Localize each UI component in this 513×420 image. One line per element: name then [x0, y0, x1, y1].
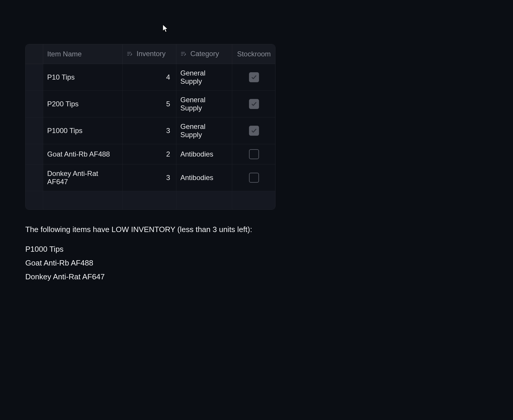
cell-category[interactable]: General Supply — [176, 117, 232, 144]
table-empty-row[interactable] — [26, 191, 275, 209]
low-inventory-item: P1000 Tips — [25, 243, 488, 255]
stockroom-checkbox[interactable] — [249, 149, 259, 159]
column-header-stockroom[interactable]: Stockroom — [232, 44, 275, 64]
stockroom-checkbox[interactable] — [249, 173, 259, 183]
row-handle[interactable] — [26, 91, 43, 117]
row-handle[interactable] — [26, 164, 43, 191]
table-row: P10 Tips4General Supply — [26, 64, 275, 91]
column-header-category[interactable]: Category — [176, 44, 232, 64]
cell-inventory[interactable]: 3 — [122, 117, 176, 144]
table-row: P1000 Tips3General Supply — [26, 117, 275, 144]
row-handle-header — [26, 44, 43, 64]
row-handle[interactable] — [26, 117, 43, 144]
cell-category[interactable]: General Supply — [176, 91, 232, 117]
cell-category[interactable]: Antibodies — [176, 164, 232, 191]
table-row: Donkey Anti-Rat AF6473Antibodies — [26, 164, 275, 191]
empty-cell[interactable] — [26, 191, 43, 209]
cell-item-name[interactable]: Goat Anti-Rb AF488 — [43, 144, 122, 164]
stockroom-checkbox[interactable] — [249, 126, 259, 136]
table-row: P200 Tips5General Supply — [26, 91, 275, 117]
low-inventory-item: Goat Anti-Rb AF488 — [25, 257, 488, 269]
column-header-label: Inventory — [137, 50, 166, 58]
empty-cell[interactable] — [122, 191, 176, 209]
cell-stockroom — [232, 164, 275, 191]
cell-inventory[interactable]: 3 — [122, 164, 176, 191]
cell-inventory[interactable]: 2 — [122, 144, 176, 164]
cell-item-name[interactable]: P200 Tips — [43, 91, 122, 117]
low-inventory-heading: The following items have LOW INVENTORY (… — [25, 224, 488, 235]
formula-icon — [181, 51, 186, 57]
low-inventory-note: The following items have LOW INVENTORY (… — [25, 224, 488, 283]
empty-cell[interactable] — [232, 191, 275, 209]
row-handle[interactable] — [26, 144, 43, 164]
cell-category[interactable]: General Supply — [176, 64, 232, 91]
row-handle[interactable] — [26, 64, 43, 91]
cell-inventory[interactable]: 5 — [122, 91, 176, 117]
empty-cell[interactable] — [43, 191, 122, 209]
stockroom-checkbox[interactable] — [249, 72, 259, 82]
column-header-label: Category — [191, 50, 219, 58]
cell-stockroom — [232, 91, 275, 117]
inventory-table: Item Name — [25, 44, 275, 210]
column-header-inventory[interactable]: Inventory — [122, 44, 176, 64]
check-icon — [251, 101, 257, 107]
column-header-label: Stockroom — [237, 50, 271, 58]
low-inventory-item: Donkey Anti-Rat AF647 — [25, 271, 488, 283]
cell-stockroom — [232, 144, 275, 164]
cell-stockroom — [232, 64, 275, 91]
cell-category[interactable]: Antibodies — [176, 144, 232, 164]
cell-item-name[interactable]: P1000 Tips — [43, 117, 122, 144]
cell-item-name[interactable]: P10 Tips — [43, 64, 122, 91]
column-header-item-name[interactable]: Item Name — [43, 44, 122, 64]
column-header-label: Item Name — [47, 50, 82, 58]
formula-icon — [127, 51, 133, 57]
check-icon — [251, 128, 257, 134]
table-row: Goat Anti-Rb AF4882Antibodies — [26, 144, 275, 164]
check-icon — [251, 74, 257, 80]
stockroom-checkbox[interactable] — [249, 99, 259, 109]
cell-stockroom — [232, 117, 275, 144]
empty-cell[interactable] — [176, 191, 232, 209]
cell-item-name[interactable]: Donkey Anti-Rat AF647 — [43, 164, 122, 191]
cell-inventory[interactable]: 4 — [122, 64, 176, 91]
